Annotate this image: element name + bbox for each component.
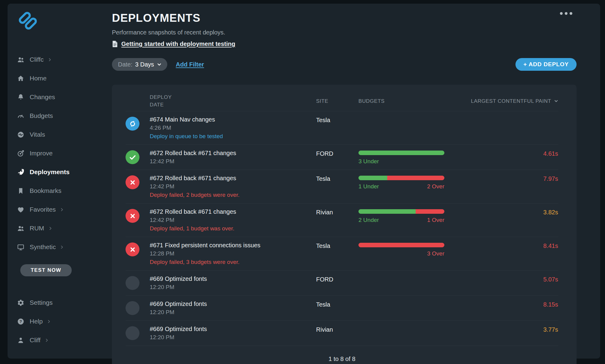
chevron-right-icon [60, 245, 64, 249]
speedcurve-logo-icon[interactable] [20, 11, 40, 32]
bookmark-icon [17, 187, 25, 195]
budget-under-label: 3 Under [358, 158, 379, 165]
sort-desc-icon [554, 99, 558, 103]
date-filter-dropdown[interactable]: Date: 3 Days [112, 58, 167, 71]
document-icon [112, 41, 118, 47]
deploy-site: Tesla [316, 301, 358, 308]
deploy-info: #672 Rolled back #671 changes 12:42 PM D… [150, 175, 316, 198]
deploy-title: #669 Optimized fonts [150, 326, 316, 333]
sidebar-item-synthetic[interactable]: Synthetic [17, 238, 104, 256]
deploy-table-row[interactable]: #669 Optimized fonts 12:20 PM FORD 5.07s [126, 271, 558, 296]
pagination-status: 1 to 8 of 8 [126, 346, 558, 364]
chevron-right-icon [47, 57, 52, 62]
deploy-info: #672 Rolled back #671 changes 12:42 PM [150, 150, 316, 165]
budget-cell: 1 Under 2 Over [358, 175, 507, 190]
budget-bar [358, 176, 444, 180]
deploy-site: FORD [316, 150, 358, 157]
sidebar-item-rum[interactable]: RUM [17, 219, 104, 238]
sidebar-item-label: Help [30, 318, 43, 325]
add-deploy-button[interactable]: + ADD DEPLOY [515, 58, 577, 71]
deploy-info: #669 Optimized fonts 12:20 PM [150, 275, 316, 291]
target-icon [17, 149, 25, 157]
sidebar-item-vitals[interactable]: Vitals [17, 125, 104, 144]
sidebar-item-label: Improve [30, 150, 53, 157]
budget-bar-over-segment [358, 243, 444, 247]
home-icon [17, 74, 25, 82]
deploy-time: 12:42 PM [150, 217, 316, 223]
deploy-table-row[interactable]: #672 Rolled back #671 changes 12:42 PM D… [126, 203, 558, 237]
add-filter-link[interactable]: Add Filter [176, 61, 204, 68]
sidebar-item-favorites[interactable]: Favorites [17, 200, 104, 219]
x-icon [129, 178, 137, 187]
sidebar-item-improve[interactable]: Improve [17, 144, 104, 163]
main-content: DEPLOYMENTS Performance snapshots of rec… [112, 4, 577, 359]
deploy-table-row[interactable]: #672 Rolled back #671 changes 12:42 PM F… [126, 145, 558, 170]
filter-bar: Date: 3 Days Add Filter + ADD DEPLOY [112, 58, 577, 71]
sidebar-item-home[interactable]: Home [17, 69, 104, 88]
sidebar-item-cliffc[interactable]: Cliffc [17, 50, 104, 69]
budget-over-label: 1 Over [427, 217, 444, 223]
lcp-value: 3.82s [507, 208, 558, 216]
deploy-info: #669 Optimized fonts 12:20 PM [150, 301, 316, 316]
users-icon [17, 56, 25, 63]
sidebar-item-settings[interactable]: Settings [17, 293, 104, 312]
sidebar-item-budgets[interactable]: Budgets [17, 106, 104, 125]
sync-icon [129, 120, 137, 128]
budget-bar-over-segment [387, 176, 444, 180]
sidebar-item-help[interactable]: Help [17, 312, 104, 331]
budget-cell: 2 Under 1 Over [358, 208, 507, 223]
sidebar-item-deployments[interactable]: Deployments [17, 163, 104, 181]
column-header-lcp-sort[interactable]: LARGEST CONTENTFUL PAINT [471, 98, 558, 104]
deployments-screen: Cliffc Home Changes Budgets Vitals Impro… [0, 0, 605, 364]
budget-bar [358, 243, 444, 247]
sidebar-item-bookmarks[interactable]: Bookmarks [17, 181, 104, 200]
lcp-value: 3.77s [507, 326, 558, 333]
lcp-value: 8.15s [507, 301, 558, 308]
budget-cell: 3 Over [358, 242, 507, 257]
deploy-table-row[interactable]: #669 Optimized fonts 12:20 PM Tesla 8.15… [126, 296, 558, 321]
rocket-icon [17, 168, 25, 176]
deploy-time: 12:20 PM [150, 284, 316, 291]
sidebar-item-cliff[interactable]: Cliff [17, 331, 104, 349]
sidebar-item-label: RUM [30, 225, 44, 232]
budget-over-label: 3 Over [427, 250, 444, 257]
gauge-icon [17, 112, 25, 120]
column-header-deploy-date: DEPLOY DATE [150, 94, 316, 109]
sidebar-item-label: Home [30, 75, 47, 82]
deploy-site: FORD [316, 275, 358, 283]
deploy-time: 12:20 PM [150, 309, 316, 316]
deploy-title: #672 Rolled back #671 changes [150, 208, 316, 215]
chevron-right-icon [44, 338, 49, 343]
lcp-value: 5.07s [507, 275, 558, 283]
chevron-right-icon [48, 226, 53, 231]
test-now-button[interactable]: TEST NOW [20, 264, 72, 276]
more-options-icon[interactable] [559, 11, 574, 16]
sidebar-item-label: Favorites [30, 206, 56, 213]
budget-cell: 3 Under [358, 150, 507, 165]
deploy-table-row[interactable]: #671 Fixed persistent connections issues… [126, 237, 558, 271]
sidebar-nav: Cliffc Home Changes Budgets Vitals Impro… [17, 50, 104, 256]
vitals-icon [17, 131, 25, 138]
deploy-table-row[interactable]: #669 Optimized fonts 12:20 PM Rivian 3.7… [126, 321, 558, 346]
sidebar-item-changes[interactable]: Changes [17, 88, 104, 106]
deploy-time: 12:42 PM [150, 183, 316, 190]
page-subtitle: Performance snapshots of recent deploys. [112, 28, 577, 36]
budget-bar-over-segment [416, 209, 444, 214]
date-filter-value: 3 Days [135, 61, 154, 68]
deploy-title: #671 Fixed persistent connections issues [150, 242, 316, 249]
deploy-table-row[interactable]: #672 Rolled back #671 changes 12:42 PM D… [126, 170, 558, 203]
sidebar-item-label: Vitals [30, 131, 45, 138]
user-icon [17, 336, 25, 344]
getting-started-link[interactable]: Getting started with deployment testing [121, 41, 235, 47]
deploy-status-pending [126, 276, 139, 290]
deploy-info: #669 Optimized fonts 12:20 PM [150, 326, 316, 341]
deploy-title: #672 Rolled back #671 changes [150, 150, 316, 157]
users-icon [17, 224, 25, 232]
lcp-value: 4.61s [507, 150, 558, 157]
sidebar-item-label: Synthetic [30, 243, 56, 251]
budget-bar [358, 209, 444, 214]
sidebar-item-label: Cliffc [30, 56, 44, 63]
sidebar-footer-nav: Settings Help Cliff [17, 293, 104, 349]
deploy-table-row[interactable]: #674 Main Nav changes 4:26 PM Deploy in … [126, 111, 558, 145]
budget-bar [358, 151, 444, 155]
